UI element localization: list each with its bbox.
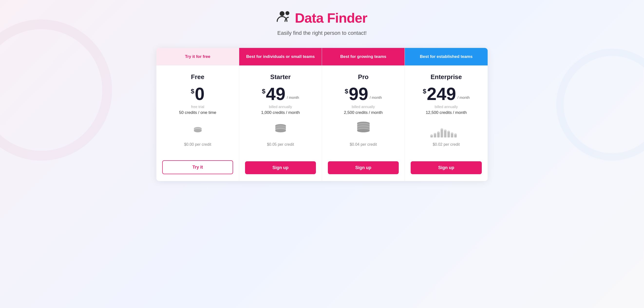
per-credit: $0.00 per credit [184, 142, 211, 147]
coin-icon [430, 124, 462, 137]
svg-point-17 [454, 133, 457, 135]
svg-rect-8 [440, 129, 443, 137]
svg-point-0 [280, 11, 284, 16]
price-dollar: $ [262, 88, 265, 95]
credits-note: 12,500 credits / month [426, 110, 467, 115]
plan-footer-free: Try it [156, 160, 239, 181]
plan-name: Free [191, 73, 204, 81]
svg-rect-10 [444, 130, 446, 137]
plan-cta-free[interactable]: Try it [162, 160, 233, 174]
per-credit: $0.02 per credit [432, 142, 460, 147]
coin-area [357, 123, 370, 138]
svg-rect-6 [437, 132, 440, 137]
plan-card-free: Try it for free Free $ 0 free trial 50 c… [156, 48, 239, 181]
plan-body-enterprise: Enterprise $ 249 / month billed annually… [405, 65, 488, 161]
plan-price-row: $ 0 [191, 85, 204, 103]
plan-footer-pro: Sign up [322, 161, 404, 181]
per-credit: $0.04 per credit [350, 142, 377, 147]
plan-header-label: Best for growing teams [340, 54, 386, 59]
billing-note: billed annually [352, 105, 375, 109]
price-amount: 99 [349, 85, 368, 103]
plan-header-label: Best for individuals or small teams [246, 54, 315, 59]
svg-point-7 [437, 131, 440, 133]
plan-body-free: Free $ 0 free trial 50 credits / one tim… [156, 65, 239, 160]
svg-point-15 [451, 132, 453, 134]
coin-area [430, 123, 462, 138]
plan-name: Pro [358, 73, 368, 81]
page-background: Data Finder Easily find the right person… [0, 0, 644, 308]
price-period: / month [370, 95, 382, 99]
coin-icon [357, 129, 370, 132]
plan-header-enterprise: Best for established teams [405, 48, 488, 65]
billing-note: billed annually [434, 105, 458, 109]
per-credit: $0.05 per credit [267, 142, 294, 147]
plan-footer-starter: Sign up [239, 161, 322, 181]
svg-rect-12 [448, 131, 450, 137]
pricing-grid: Try it for free Free $ 0 free trial 50 c… [156, 48, 488, 181]
header-subtitle: Easily find the right person to contact! [156, 30, 488, 36]
plan-price-row: $ 49 / month [262, 85, 299, 103]
billing-note: free trial [191, 105, 204, 109]
svg-point-5 [434, 133, 436, 134]
coin-area [194, 123, 202, 138]
price-amount: 0 [195, 85, 204, 103]
plan-card-starter: Best for individuals or small teams Star… [239, 48, 322, 181]
plan-price-row: $ 99 / month [345, 85, 382, 103]
price-dollar: $ [345, 88, 348, 95]
plan-header-pro: Best for growing teams [322, 48, 404, 65]
credits-note: 50 credits / one time [179, 110, 216, 115]
plan-header-label: Try it for free [185, 54, 210, 59]
coin-icon [275, 129, 286, 132]
credits-note: 1,000 credits / month [261, 110, 300, 115]
coin-area [275, 123, 286, 138]
logo-area: Data Finder [156, 10, 488, 26]
plan-cta-starter[interactable]: Sign up [245, 161, 316, 174]
plan-header-label: Best for established teams [420, 54, 472, 59]
plan-header-starter: Best for individuals or small teams [239, 48, 322, 65]
price-period: / month [287, 95, 299, 99]
svg-point-11 [444, 129, 446, 131]
page-header: Data Finder Easily find the right person… [156, 10, 488, 36]
logo-text: Data Finder [295, 10, 367, 26]
plan-card-enterprise: Best for established teams Enterprise $ … [405, 48, 488, 181]
plan-footer-enterprise: Sign up [405, 161, 488, 181]
plan-header-free: Try it for free [156, 48, 239, 65]
plan-cta-pro[interactable]: Sign up [328, 161, 399, 174]
logo-icon [277, 10, 291, 26]
plan-card-pro: Best for growing teams Pro $ 99 / month … [322, 48, 405, 181]
price-amount: 49 [266, 85, 286, 103]
price-period: / month [458, 95, 470, 99]
svg-point-3 [430, 134, 433, 136]
svg-point-13 [448, 131, 450, 132]
price-amount: 249 [427, 85, 456, 103]
main-container: Data Finder Easily find the right person… [152, 0, 492, 196]
credits-note: 2,500 credits / month [344, 110, 383, 115]
plan-price-row: $ 249 / month [423, 85, 470, 103]
coin-icon [194, 129, 202, 132]
price-dollar: $ [191, 88, 194, 95]
plan-name: Enterprise [431, 73, 462, 81]
plan-body-pro: Pro $ 99 / month billed annually 2,500 c… [322, 65, 404, 161]
plan-cta-enterprise[interactable]: Sign up [411, 161, 482, 174]
billing-note: billed annually [269, 105, 292, 109]
plan-name: Starter [270, 73, 291, 81]
svg-point-9 [440, 128, 443, 130]
plan-body-starter: Starter $ 49 / month billed annually 1,0… [239, 65, 322, 161]
price-dollar: $ [423, 88, 426, 95]
svg-point-1 [286, 11, 289, 15]
